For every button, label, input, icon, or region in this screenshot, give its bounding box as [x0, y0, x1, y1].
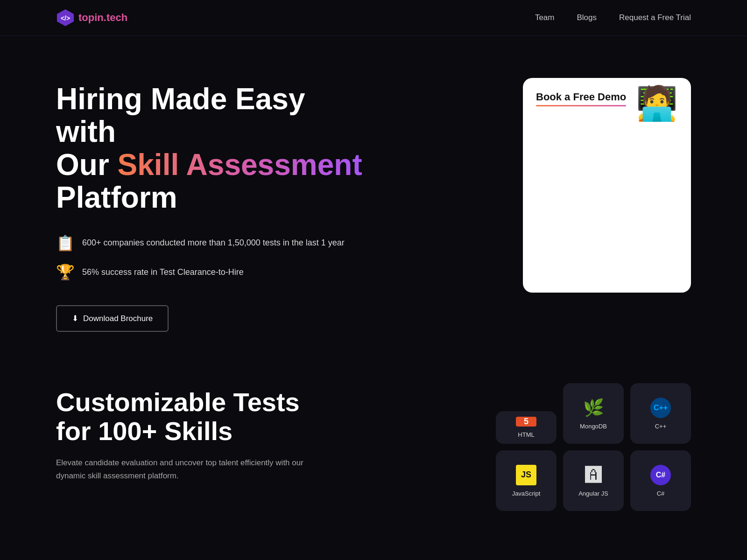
cpp-icon: C++	[650, 398, 671, 418]
html-icon: 5	[516, 417, 536, 427]
skills-content: Customizable Tests for 100+ Skills Eleva…	[56, 378, 308, 482]
hero-content: Hiring Made Easy with Our Skill Assessme…	[56, 73, 364, 332]
mongodb-icon: 🌿	[583, 398, 604, 418]
hero-stats: 📋 600+ companies conducted more than 1,5…	[56, 233, 364, 283]
nav-blogs[interactable]: Blogs	[577, 13, 597, 22]
skill-mongodb: 🌿 MongoDB	[563, 383, 624, 444]
skill-javascript: JS JavaScript	[496, 450, 557, 511]
skills-description: Elevate candidate evaluation and uncover…	[56, 456, 308, 482]
skill-html: 5 HTML	[496, 411, 557, 444]
logo[interactable]: </> topin.tech	[56, 8, 127, 27]
navbar: </> topin.tech Team Blogs Request a Free…	[0, 0, 747, 36]
demo-card: Book a Free Demo 🧑‍💻	[523, 78, 691, 293]
demo-person-illustration: 🧑‍💻	[636, 86, 678, 120]
success-icon: 🏆	[56, 262, 75, 283]
nav-team[interactable]: Team	[535, 13, 555, 22]
nav-links: Team Blogs Request a Free Trial	[535, 13, 691, 22]
skill-grid: 5 HTML 🌿 MongoDB C++ C++ JS JavaScript 🅰…	[496, 383, 691, 511]
stat-2: 🏆 56% success rate in Test Clearance-to-…	[56, 262, 364, 283]
svg-text:</>: </>	[61, 14, 70, 22]
hero-title: Hiring Made Easy with Our Skill Assessme…	[56, 83, 364, 214]
angular-icon: 🅰	[583, 465, 604, 485]
clipboard-icon: 📋	[56, 233, 75, 254]
skill-angular: 🅰 Angular JS	[563, 450, 624, 511]
skills-section: Customizable Tests for 100+ Skills Eleva…	[0, 360, 747, 548]
download-brochure-button[interactable]: ⬇ Download Brochure	[56, 305, 169, 332]
download-icon: ⬇	[72, 314, 78, 323]
skill-cpp: C++ C++	[630, 383, 691, 444]
js-icon: JS	[516, 465, 536, 485]
stat-1: 📋 600+ companies conducted more than 1,5…	[56, 233, 364, 254]
demo-card-header: Book a Free Demo 🧑‍💻	[536, 91, 678, 120]
nav-trial[interactable]: Request a Free Trial	[619, 13, 691, 22]
skills-title: Customizable Tests for 100+ Skills	[56, 388, 308, 445]
logo-text: topin.tech	[78, 12, 127, 24]
book-demo-title: Book a Free Demo	[536, 91, 626, 106]
skill-csharp: C# C#	[630, 450, 691, 511]
hero-section: Hiring Made Easy with Our Skill Assessme…	[0, 36, 747, 360]
csharp-icon: C#	[650, 465, 671, 485]
